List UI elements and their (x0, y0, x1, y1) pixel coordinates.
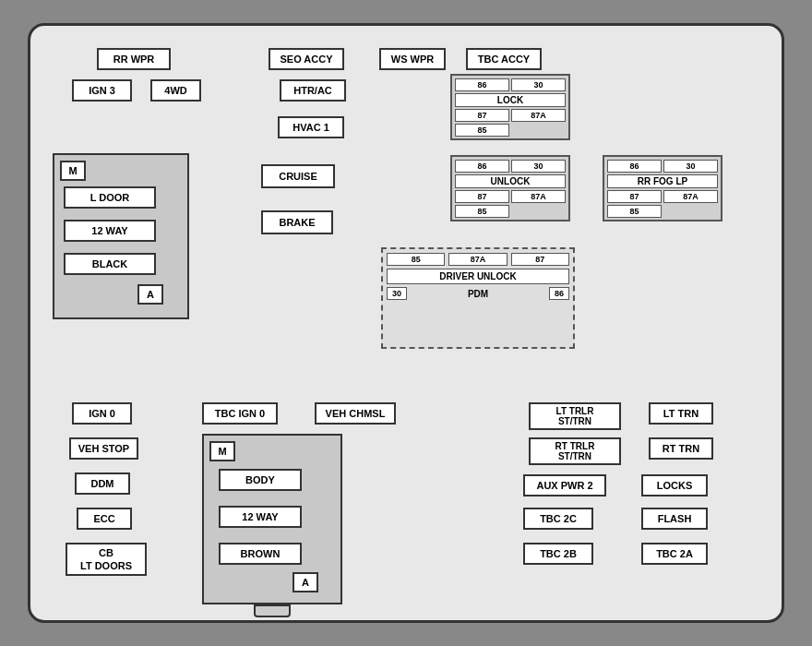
rt-trlr-label: RT TRLR ST/TRN (529, 437, 621, 465)
veh-stop-label: VEH STOP (69, 437, 138, 460)
unlock-relay-block: 86 30 UNLOCK 87 87A 85 (450, 155, 570, 221)
fog-86: 86 (607, 160, 662, 173)
lock-30: 30 (511, 78, 566, 91)
rr-fog-lp-relay-block: 86 30 RR FOG LP 87 87A 85 (603, 155, 722, 221)
cb-lt-doors-label: CB LT DOORS (66, 543, 147, 576)
12way-bot-label: 12 WAY (219, 506, 302, 528)
m-top-label: M (60, 161, 86, 181)
lock-87: 87 (455, 109, 509, 122)
body-label: BODY (219, 469, 302, 491)
driver-unlock-label: DRIVER UNLOCK (387, 269, 569, 284)
fog-87: 87 (607, 190, 662, 203)
flash-label: FLASH (641, 508, 708, 530)
m-bot-label: M (209, 441, 235, 461)
lt-trlr-label: LT TRLR ST/TRN (529, 402, 621, 430)
pdm-label: PDM (411, 289, 545, 299)
fog-30: 30 (663, 160, 718, 173)
lock-relay-block: 86 30 LOCK 87 87A 85 (450, 74, 570, 140)
tbc-accy-label: TBC ACCY (466, 48, 542, 70)
du-85: 85 (387, 253, 445, 266)
unlock-30: 30 (511, 160, 566, 173)
body-block: M BODY 12 WAY BROWN A (202, 434, 342, 604)
du-30: 30 (387, 287, 407, 300)
unlock-86: 86 (455, 160, 509, 173)
locks-label: LOCKS (641, 474, 708, 496)
lock-85: 85 (455, 124, 509, 137)
12way-top-label: 12 WAY (64, 220, 156, 242)
seo-accy-label: SEO ACCY (269, 48, 344, 70)
fog-87a: 87A (663, 190, 718, 203)
fog-label: RR FOG LP (607, 174, 718, 188)
brown-label: BROWN (219, 543, 302, 565)
diagram: RR WPR SEO ACCY WS WPR TBC ACCY IGN 3 4W… (40, 35, 772, 611)
a-bot-label: A (293, 572, 318, 592)
brake-label: BRAKE (261, 210, 333, 234)
l-door-block: M L DOOR 12 WAY BLACK A (53, 153, 189, 319)
lt-trn-label: LT TRN (649, 402, 713, 425)
a-top-label: A (137, 284, 163, 305)
unlock-87a: 87A (511, 190, 566, 203)
unlock-label: UNLOCK (455, 174, 566, 188)
unlock-85: 85 (455, 205, 509, 218)
lock-label: LOCK (455, 93, 566, 107)
hvac1-label: HVAC 1 (278, 116, 344, 138)
main-container: RR WPR SEO ACCY WS WPR TBC ACCY IGN 3 4W… (28, 23, 784, 623)
ign3-label: IGN 3 (72, 79, 132, 102)
unlock-87: 87 (455, 190, 509, 203)
lock-86: 86 (455, 78, 509, 91)
fog-85: 85 (607, 205, 662, 218)
ign0-label: IGN 0 (72, 402, 132, 425)
black-label: BLACK (64, 253, 156, 275)
4wd-label: 4WD (150, 79, 201, 102)
du-86: 86 (549, 287, 569, 300)
pdm-block: 85 87A 87 DRIVER UNLOCK 30 PDM 86 (381, 247, 575, 349)
tbc-2a-label: TBC 2A (641, 543, 708, 565)
veh-chmsl-label: VEH CHMSL (315, 402, 396, 425)
htr-ac-label: HTR/AC (280, 79, 346, 102)
ws-wpr-label: WS WPR (379, 48, 446, 70)
aux-pwr2-label: AUX PWR 2 (523, 474, 606, 496)
tbc-2c-label: TBC 2C (523, 508, 593, 530)
du-87: 87 (511, 253, 569, 266)
rt-trn-label: RT TRN (649, 437, 713, 460)
ecc-label: ECC (77, 508, 132, 530)
tbc-2b-label: TBC 2B (523, 543, 593, 565)
cruise-label: CRUISE (261, 164, 335, 188)
du-87a: 87A (448, 253, 507, 266)
connector-tab (254, 604, 291, 617)
l-door-label: L DOOR (64, 186, 156, 209)
tbc-ign0-label: TBC IGN 0 (202, 402, 278, 425)
lock-87a: 87A (511, 109, 566, 122)
rr-wpr-label: RR WPR (97, 48, 171, 70)
ddm-label: DDM (75, 473, 130, 495)
